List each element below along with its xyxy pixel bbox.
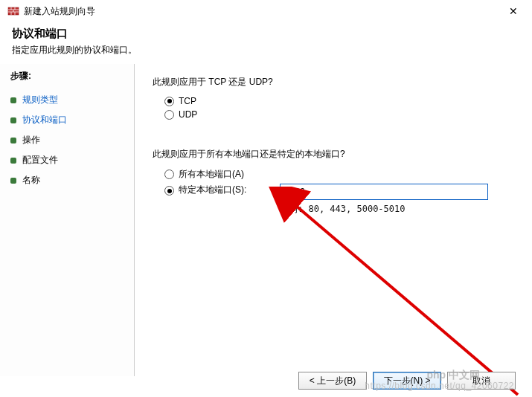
- step-label: 配置文件: [22, 154, 58, 167]
- bullet-icon: [10, 178, 16, 184]
- step-label: 规则类型: [22, 94, 58, 106]
- radio-udp-row[interactable]: UDP: [164, 109, 514, 120]
- bullet-icon: [10, 158, 16, 164]
- bullet-icon: [10, 138, 16, 143]
- step-profile[interactable]: 配置文件: [10, 150, 134, 170]
- step-label: 名称: [22, 174, 40, 187]
- main-content: 此规则应用于 TCP 还是 UDP? TCP UDP 此规则应用于所有本地端口还…: [135, 64, 532, 376]
- step-action[interactable]: 操作: [10, 130, 134, 150]
- ports-example: 示例: 80, 443, 5000-5010: [280, 203, 514, 216]
- page-header: 协议和端口 指定应用此规则的协议和端口。: [0, 22, 532, 64]
- annotation-arrow: [265, 187, 532, 397]
- close-button[interactable]: ✕: [502, 5, 525, 17]
- ports-question: 此规则应用于所有本地端口还是特定的本地端口?: [153, 148, 514, 161]
- specific-ports-input[interactable]: [280, 184, 488, 200]
- next-button[interactable]: 下一步(N) >: [373, 372, 441, 390]
- radio-all-ports-label: 所有本地端口(A): [179, 168, 244, 181]
- page-subtitle: 指定应用此规则的协议和端口。: [12, 44, 520, 57]
- radio-specific-ports-label: 特定本地端口(S):: [179, 184, 275, 196]
- radio-specific-ports[interactable]: [164, 186, 174, 196]
- protocol-question: 此规则应用于 TCP 还是 UDP?: [153, 76, 514, 88]
- step-name[interactable]: 名称: [10, 170, 134, 190]
- svg-line-9: [291, 201, 518, 395]
- bullet-icon: [10, 97, 16, 103]
- radio-udp[interactable]: [164, 110, 174, 120]
- step-label: 协议和端口: [22, 114, 67, 126]
- radio-all-ports[interactable]: [164, 170, 174, 179]
- page-title: 协议和端口: [12, 27, 520, 41]
- step-label: 操作: [22, 134, 40, 146]
- steps-sidebar: 步骤: 规则类型 协议和端口 操作 配置文件 名称: [0, 64, 134, 376]
- radio-tcp[interactable]: [164, 97, 174, 106]
- back-button[interactable]: < 上一步(B): [298, 372, 367, 390]
- radio-tcp-row[interactable]: TCP: [164, 96, 514, 106]
- cancel-button[interactable]: 取消: [447, 372, 516, 390]
- radio-udp-label: UDP: [179, 109, 197, 120]
- firewall-icon: [7, 5, 19, 17]
- window-title: 新建入站规则向导: [24, 5, 502, 18]
- radio-all-ports-row[interactable]: 所有本地端口(A): [164, 168, 514, 181]
- bullet-icon: [10, 117, 16, 123]
- step-rule-type[interactable]: 规则类型: [10, 90, 134, 110]
- steps-heading: 步骤:: [10, 70, 134, 83]
- step-protocol-ports[interactable]: 协议和端口: [10, 110, 134, 130]
- radio-tcp-label: TCP: [179, 96, 196, 106]
